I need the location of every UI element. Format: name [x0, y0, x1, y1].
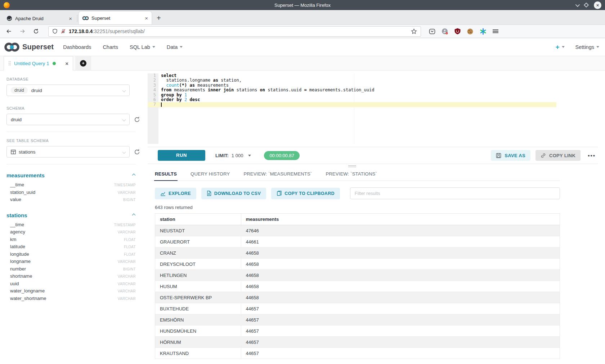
refresh-schema-icon[interactable] — [134, 117, 140, 123]
tab-preview-stations[interactable]: PREVIEW: `STATIONS` — [325, 168, 377, 181]
nav-data[interactable]: Data — [167, 44, 183, 50]
schema-label: SCHEMA — [6, 106, 144, 110]
database-select[interactable]: druid druid — [6, 85, 130, 96]
cell-measurements: 44661 — [241, 236, 560, 247]
add-new-button[interactable]: + — [555, 43, 564, 51]
tab-close-icon[interactable]: × — [69, 15, 72, 22]
table-name: stations — [6, 212, 27, 218]
privacy-extension-icon[interactable] — [442, 28, 448, 35]
table-value: stations — [19, 149, 36, 155]
editor-line[interactable]: 1select — [148, 73, 556, 78]
new-query-tab[interactable]: + — [75, 56, 91, 70]
cell-station: OSTE-SPERRWERK BP — [155, 292, 241, 303]
column-row: __timeTIMESTAMP — [6, 182, 136, 190]
cell-station: GRAUERORT — [155, 236, 241, 247]
line-number: 6 — [148, 97, 158, 102]
table-row: HUNDSMÜHLEN44657 — [155, 326, 560, 337]
column-row: latitudeFLOAT — [6, 244, 136, 251]
schema-select[interactable]: druid — [6, 114, 130, 125]
results-table: station measurements NEUSTADT47646GRAUER… — [155, 213, 560, 359]
column-name: km — [10, 237, 16, 242]
chevron-up-icon[interactable] — [132, 213, 136, 217]
reload-icon[interactable] — [32, 27, 40, 36]
rows-returned-text: 643 rows returned — [155, 205, 560, 210]
new-tab-button[interactable]: + — [157, 14, 161, 24]
more-options-button[interactable]: ••• — [588, 153, 596, 159]
column-row: __timeTIMESTAMP — [6, 222, 136, 229]
column-type: VARCHAR — [118, 289, 136, 293]
schema-section-header[interactable]: stations — [6, 212, 136, 218]
header-station[interactable]: station — [155, 214, 241, 225]
line-number: 2 — [148, 78, 158, 83]
drag-handle-icon — [348, 165, 356, 168]
menu-icon[interactable] — [493, 29, 498, 34]
chevron-up-icon[interactable] — [132, 174, 136, 177]
editor-line[interactable]: 3 count(*) as measurements — [148, 83, 556, 88]
settings-menu[interactable]: Settings — [575, 44, 599, 50]
editor-line[interactable]: 4from measurements inner join stations o… — [148, 88, 556, 92]
bookmark-star-icon[interactable] — [411, 28, 417, 35]
superset-brand[interactable]: Superset — [4, 42, 54, 52]
code-line: select — [158, 73, 176, 78]
column-type: FLOAT — [124, 245, 136, 249]
tab-results[interactable]: RESULTS — [154, 168, 178, 181]
query-tab-active[interactable]: Untitled Query 1 × — [4, 56, 73, 70]
column-type: BIGINT — [123, 198, 136, 202]
ublock-icon[interactable] — [454, 28, 461, 35]
nav-sql-lab[interactable]: SQL Lab — [130, 44, 155, 50]
cookie-extension-icon[interactable] — [467, 28, 474, 35]
code-line: count(*) as measurements — [158, 83, 229, 88]
run-button[interactable]: RUN — [158, 150, 205, 161]
nav-charts[interactable]: Charts — [103, 44, 118, 50]
cell-station: DREYSCHLOOT — [155, 259, 241, 270]
sql-editor[interactable]: 1select2 stations.longname as station,3 … — [148, 73, 556, 144]
table-select[interactable]: stations — [6, 146, 130, 158]
browser-tab-druid[interactable]: Apache Druid × — [3, 12, 76, 24]
nav-dashboards[interactable]: Dashboards — [63, 44, 91, 50]
schema-section-header[interactable]: measurements — [6, 172, 136, 178]
browser-tab-superset[interactable]: Superset × — [79, 12, 152, 24]
header-measurements[interactable]: measurements — [241, 214, 560, 225]
code-line: group by 1 — [158, 93, 187, 97]
database-label: DATABASE — [6, 77, 144, 81]
save-as-button[interactable]: SAVE AS — [491, 150, 530, 161]
tab-close-icon[interactable]: × — [145, 15, 148, 21]
back-icon[interactable] — [4, 27, 13, 36]
column-name: __time — [10, 222, 24, 227]
column-name: longname — [10, 259, 31, 264]
editor-line[interactable]: 7 — [148, 102, 556, 107]
download-csv-button[interactable]: DOWNLOAD TO CSV — [201, 188, 266, 199]
query-tab-close-icon[interactable]: × — [65, 60, 68, 67]
copy-clipboard-button[interactable]: COPY TO CLIPBOARD — [271, 188, 340, 199]
copy-link-button[interactable]: COPY LINK — [535, 150, 581, 161]
filter-results-input[interactable] — [350, 187, 560, 199]
line-number: 1 — [148, 73, 158, 78]
extension-asterisk-icon[interactable] — [480, 28, 487, 35]
tab-separator — [77, 15, 77, 22]
tab-query-history[interactable]: QUERY HISTORY — [190, 168, 230, 181]
limit-dropdown[interactable]: LIMIT: 1 000 — [215, 153, 251, 158]
window-minimize-icon[interactable] — [575, 2, 580, 7]
pocket-icon[interactable] — [429, 28, 435, 35]
tab-title: Apache Druid — [15, 16, 66, 21]
url-bar[interactable]: 172.18.0.4:32251/superset/sqllab/ — [48, 26, 421, 37]
cell-measurements: 44658 — [241, 247, 560, 259]
window-maximize-icon[interactable] — [584, 3, 589, 8]
tab-preview-measurements[interactable]: PREVIEW: `MEASUREMENTS` — [243, 168, 313, 181]
editor-line[interactable]: 2 stations.longname as station, — [148, 78, 556, 83]
forward-icon[interactable] — [18, 27, 27, 36]
pane-resize-handle[interactable] — [148, 164, 556, 168]
cell-station: BUXTEHUDE — [155, 303, 241, 314]
column-row: water_shortnameVARCHAR — [6, 296, 136, 303]
schema-sections: measurements__timeTIMESTAMPstation_uuidV… — [6, 172, 144, 303]
explore-button[interactable]: EXPLORE — [155, 188, 196, 199]
tracking-shield-icon[interactable] — [52, 28, 58, 34]
editor-line[interactable]: 6order by 2 desc — [148, 97, 556, 102]
insecure-lock-icon[interactable] — [60, 28, 66, 34]
drag-grip-icon[interactable] — [8, 61, 11, 66]
editor-line[interactable]: 5group by 1 — [148, 93, 556, 97]
refresh-table-icon[interactable] — [134, 149, 140, 155]
url-text[interactable]: 172.18.0.4:32251/superset/sqllab/ — [69, 28, 408, 34]
window-close-icon[interactable]: × — [594, 1, 601, 9]
query-tab-strip: Untitled Query 1 × + — [0, 56, 605, 70]
